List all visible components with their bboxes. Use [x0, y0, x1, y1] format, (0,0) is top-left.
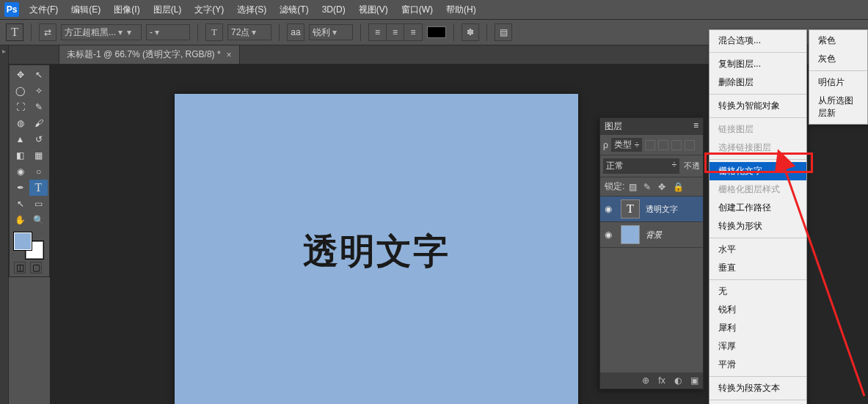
- menu-image[interactable]: 图像(I): [114, 4, 139, 16]
- orientation-toggle[interactable]: ⇄: [39, 23, 56, 41]
- lasso-tool[interactable]: ◯: [11, 83, 29, 99]
- panel-menu-icon[interactable]: ≡: [693, 120, 699, 133]
- context-menu-item[interactable]: 栅格化文字: [710, 162, 806, 180]
- menu-file[interactable]: 文件(F): [29, 4, 58, 16]
- menu-text[interactable]: 文字(Y): [194, 4, 224, 16]
- canvas-text-layer[interactable]: 透明文字: [303, 228, 450, 275]
- color-swatches[interactable]: [11, 231, 49, 260]
- context-submenu-item[interactable]: 从所选图层新: [809, 92, 867, 122]
- zoom-tool[interactable]: 🔍: [29, 212, 48, 228]
- context-menu-item[interactable]: 复制图层...: [710, 55, 806, 73]
- context-submenu[interactable]: 紫色灰色明信片从所选图层新: [809, 29, 868, 125]
- hand-tool[interactable]: ✋: [11, 212, 29, 228]
- filter-text-icon[interactable]: [671, 140, 682, 150]
- canvas[interactable]: 透明文字: [175, 94, 578, 404]
- foreground-color-swatch[interactable]: [14, 232, 32, 250]
- crop-tool[interactable]: ⛶: [11, 99, 29, 115]
- tool-preset-icon[interactable]: T: [6, 23, 23, 41]
- context-menu-item[interactable]: 混合选项...: [710, 32, 806, 50]
- path-select-tool[interactable]: ↖: [11, 196, 29, 212]
- font-size-dropdown[interactable]: 72点 ▾: [227, 24, 271, 40]
- filter-kind-dropdown[interactable]: 类型÷: [611, 138, 643, 152]
- lock-position-icon[interactable]: ✥: [658, 182, 668, 192]
- menu-layer[interactable]: 图层(L): [153, 4, 182, 16]
- context-menu-item[interactable]: 无: [710, 282, 806, 301]
- anti-alias-dropdown[interactable]: 锐利 ▾: [309, 24, 353, 40]
- direct-select-tool[interactable]: ↖: [29, 67, 48, 83]
- visibility-icon[interactable]: ◉: [605, 229, 615, 240]
- quick-mask-icon[interactable]: ◫: [14, 262, 26, 273]
- menu-select[interactable]: 选择(S): [237, 4, 266, 16]
- lock-image-icon[interactable]: ✎: [643, 182, 654, 192]
- spot-heal-tool[interactable]: ◍: [11, 115, 29, 131]
- fx-icon[interactable]: fx: [656, 375, 668, 386]
- visibility-icon[interactable]: ◉: [605, 204, 615, 214]
- layer-name[interactable]: 背景: [646, 229, 662, 240]
- context-menu-item[interactable]: 平滑: [710, 356, 806, 374]
- context-submenu-item[interactable]: 明信片: [809, 73, 867, 92]
- layer-thumbnail[interactable]: [621, 225, 640, 244]
- context-menu-item[interactable]: 浑厚: [710, 337, 806, 356]
- context-menu-item[interactable]: 犀利: [710, 319, 806, 337]
- context-menu[interactable]: 混合选项...复制图层...删除图层转换为智能对象链接图层选择链接图层栅格化文字…: [709, 29, 807, 404]
- text-tool[interactable]: T: [29, 180, 48, 196]
- text-color-swatch[interactable]: [427, 26, 446, 38]
- menu-view[interactable]: 视图(V): [359, 4, 388, 16]
- layers-empty-area[interactable]: [600, 248, 703, 372]
- link-layers-icon[interactable]: ⊕: [640, 375, 652, 386]
- blend-mode-dropdown[interactable]: 正常÷: [603, 158, 679, 174]
- layers-panel-titlebar[interactable]: 图层 ≡: [600, 118, 703, 135]
- document-tab[interactable]: 未标题-1 @ 66.7% (透明文字, RGB/8) * ×: [59, 45, 240, 64]
- eyedropper-tool[interactable]: ✎: [29, 99, 48, 115]
- lock-transparent-icon[interactable]: ▨: [629, 182, 639, 192]
- menu-3d[interactable]: 3D(D): [322, 4, 346, 15]
- context-menu-item[interactable]: 锐利: [710, 301, 806, 319]
- brush-tool[interactable]: 🖌: [29, 115, 48, 131]
- move-tool[interactable]: ✥: [11, 67, 29, 83]
- context-menu-item[interactable]: 删除图层: [710, 73, 806, 92]
- separator: [31, 23, 32, 41]
- layer-item-text[interactable]: ◉ T 透明文字: [600, 197, 703, 222]
- menu-edit[interactable]: 编辑(E): [71, 4, 101, 16]
- layer-name[interactable]: 透明文字: [646, 204, 678, 215]
- layer-thumbnail[interactable]: T: [621, 199, 640, 218]
- character-panel-button[interactable]: ▤: [495, 23, 512, 41]
- adjustment-icon[interactable]: ▣: [688, 375, 700, 386]
- align-right-button[interactable]: ≡: [404, 24, 422, 40]
- menu-help[interactable]: 帮助(H): [446, 4, 476, 16]
- context-submenu-item[interactable]: 紫色: [809, 32, 867, 50]
- history-brush-tool[interactable]: ↺: [29, 131, 48, 147]
- warp-text-button[interactable]: ✽: [462, 23, 479, 41]
- eraser-tool[interactable]: ◧: [11, 147, 29, 164]
- context-menu-item[interactable]: 转换为智能对象: [710, 97, 806, 115]
- filter-lens-icon[interactable]: ρ: [603, 140, 608, 150]
- blur-tool[interactable]: ◉: [11, 164, 29, 180]
- screen-mode-icon[interactable]: ▢: [30, 262, 42, 273]
- context-menu-item[interactable]: 创建工作路径: [710, 199, 806, 217]
- layer-item-background[interactable]: ◉ 背景: [600, 222, 703, 248]
- align-left-button[interactable]: ≡: [369, 24, 387, 40]
- context-menu-item[interactable]: 垂直: [710, 259, 806, 277]
- gradient-tool[interactable]: ▦: [29, 147, 48, 164]
- context-submenu-item[interactable]: 灰色: [809, 50, 867, 68]
- menu-window[interactable]: 窗口(W): [401, 4, 433, 16]
- context-menu-item[interactable]: 水平: [710, 240, 806, 259]
- lock-all-icon[interactable]: 🔒: [673, 182, 683, 192]
- filter-shape-icon[interactable]: [685, 140, 695, 150]
- context-menu-item[interactable]: 转换为形状: [710, 217, 806, 235]
- font-style-dropdown[interactable]: - ▾: [146, 24, 190, 40]
- font-family-dropdown[interactable]: 方正超粗黑... ▾ ▾: [61, 24, 142, 40]
- magic-wand-tool[interactable]: ✧: [29, 83, 48, 99]
- filter-pixel-icon[interactable]: [645, 140, 655, 150]
- filter-adjust-icon[interactable]: [658, 140, 668, 150]
- pen-tool[interactable]: ✒: [11, 180, 29, 196]
- mask-icon[interactable]: ◐: [672, 375, 684, 386]
- align-center-button[interactable]: ≡: [387, 24, 404, 40]
- dodge-tool[interactable]: ○: [29, 164, 48, 180]
- clone-stamp-tool[interactable]: ▲: [11, 131, 29, 147]
- context-menu-item[interactable]: 转换为段落文本: [710, 379, 806, 397]
- close-tab-button[interactable]: ×: [227, 50, 232, 60]
- rectangle-tool[interactable]: ▭: [29, 196, 48, 212]
- menu-filter[interactable]: 滤镜(T): [280, 4, 308, 16]
- expand-icon[interactable]: ▸: [0, 45, 8, 55]
